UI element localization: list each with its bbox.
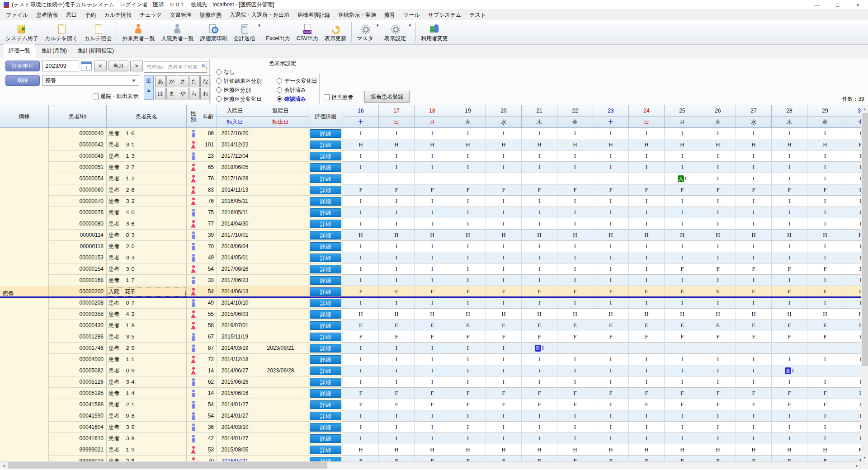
eval-cell[interactable]: I	[843, 252, 861, 263]
eval-cell[interactable]: I	[700, 241, 736, 252]
eval-cell[interactable]: I	[486, 252, 522, 263]
eval-cell[interactable]: I	[736, 196, 772, 207]
eval-cell[interactable]: I	[557, 196, 593, 207]
toolbar-button[interactable]: 表示設定	[381, 21, 409, 43]
detail-button[interactable]: 詳細	[310, 197, 341, 206]
eval-cell[interactable]: I	[665, 275, 700, 286]
eval-cell[interactable]: H	[772, 139, 807, 150]
detail-button[interactable]: 詳細	[310, 344, 341, 352]
dropdown-arrow-icon[interactable]: ▼	[408, 24, 412, 28]
eval-cell[interactable]: F	[629, 456, 665, 461]
eval-cell[interactable]: I	[486, 433, 522, 444]
eval-cell[interactable]: I	[486, 241, 522, 252]
eval-cell[interactable]: I	[772, 150, 807, 162]
scroll-down-icon[interactable]: ▼	[861, 454, 868, 461]
eval-cell[interactable]: I	[843, 433, 861, 444]
eval-cell[interactable]: H	[843, 139, 861, 150]
next-month-button[interactable]: >	[130, 61, 143, 71]
eval-cell[interactable]: I	[665, 150, 700, 162]
eval-cell[interactable]: I	[450, 422, 486, 433]
eval-cell[interactable]: I	[522, 297, 557, 309]
eval-cell[interactable]: F	[665, 456, 700, 461]
eval-cell[interactable]: H	[343, 309, 379, 320]
eval-cell[interactable]: H	[807, 230, 843, 241]
eval-cell[interactable]: F	[736, 331, 772, 343]
eval-cell[interactable]: H	[665, 444, 700, 456]
eval-cell[interactable]: I	[736, 252, 772, 263]
eval-cell[interactable]: F	[843, 399, 861, 410]
eval-cell[interactable]: I	[379, 365, 415, 376]
eval-cell[interactable]: I	[522, 162, 557, 173]
eval-cell[interactable]: I	[843, 354, 861, 365]
detail-button[interactable]: 詳細	[310, 242, 341, 251]
eval-cell[interactable]: H	[486, 444, 522, 456]
eval-cell[interactable]: F	[593, 388, 629, 399]
horizontal-scrollbar[interactable]: ◄ ►	[0, 461, 861, 469]
eval-cell[interactable]: F	[450, 456, 486, 461]
eval-cell[interactable]: I	[772, 252, 807, 263]
detail-button[interactable]: 詳細	[310, 208, 341, 217]
eval-cell[interactable]	[379, 173, 415, 184]
detail-button[interactable]: 詳細	[310, 321, 341, 330]
menu-item[interactable]: カルテ情報	[100, 10, 136, 20]
toolbar-button[interactable]: カルテ照会	[81, 21, 115, 43]
eval-cell[interactable]: I	[772, 422, 807, 433]
eval-cell[interactable]: I	[772, 410, 807, 422]
eval-cell[interactable]: I	[843, 410, 861, 422]
eval-cell[interactable]: E	[415, 320, 450, 331]
table-row[interactable]: 00000168患者 １７332017/06/23詳細IIIIIIIIIIIII…	[0, 275, 861, 286]
menu-item[interactable]: 病棟指示・実施	[334, 10, 380, 20]
eval-cell[interactable]	[772, 343, 807, 354]
eval-cell[interactable]: I	[807, 422, 843, 433]
eval-cell[interactable]: H	[450, 444, 486, 456]
table-row[interactable]: 99999023患者 ２５702016/07/11詳細FFFFFFFFFFFFF…	[0, 456, 861, 461]
eval-cell[interactable]: I	[736, 241, 772, 252]
eval-cell[interactable]: H	[665, 309, 700, 320]
eval-cell[interactable]: I	[772, 433, 807, 444]
detail-button[interactable]: 詳細	[310, 457, 341, 462]
eval-cell[interactable]: I	[843, 162, 861, 173]
eval-cell[interactable]: I	[736, 365, 772, 376]
eval-cell[interactable]: I	[700, 422, 736, 433]
table-row[interactable]: 00000208患者 ０７492014/10/10詳細IIIIIIIIIIIII…	[0, 297, 861, 309]
table-row[interactable]: 00000060患者 ２６832014/11/13詳細FFFFFFFFFFFFF…	[0, 184, 861, 196]
toolbar-button[interactable]: 外来患者一覧	[119, 21, 158, 43]
eval-cell[interactable]: I	[486, 128, 522, 139]
kana-key[interactable]: は	[155, 88, 166, 99]
eval-cell[interactable]: I	[486, 275, 522, 286]
eval-cell[interactable]: E	[486, 320, 522, 331]
eval-cell[interactable]	[557, 173, 593, 184]
eval-cell[interactable]: I	[450, 207, 486, 218]
detail-button[interactable]: 詳細	[310, 220, 341, 228]
eval-cell[interactable]: I	[629, 218, 665, 230]
eval-cell[interactable]: E	[736, 286, 772, 297]
detail-button[interactable]: 詳細	[310, 174, 341, 183]
eval-cell[interactable]: H	[736, 444, 772, 456]
menu-item[interactable]: サブシステム	[424, 10, 466, 20]
eval-cell[interactable]: I	[593, 150, 629, 162]
radio-option[interactable]: 医療区分別	[216, 85, 262, 94]
radio-option[interactable]: 会計済み	[277, 85, 317, 94]
table-row[interactable]: 00000430患者 １８582016/07/01詳細EEEEEEEEEEEEE…	[0, 320, 861, 331]
eval-cell[interactable]	[843, 365, 861, 376]
eval-cell[interactable]: I	[415, 263, 450, 275]
eval-cell[interactable]: H	[843, 444, 861, 456]
eval-cell[interactable]: H	[557, 139, 593, 150]
eval-cell[interactable]: H	[843, 309, 861, 320]
eval-cell[interactable]	[415, 173, 450, 184]
eval-cell[interactable]: F	[772, 399, 807, 410]
eval-cell[interactable]: I	[486, 365, 522, 376]
eval-cell[interactable]: I	[843, 422, 861, 433]
eval-cell[interactable]: I	[629, 365, 665, 376]
eval-cell[interactable]: I	[343, 410, 379, 422]
eval-cell[interactable]: H	[807, 139, 843, 150]
eval-cell[interactable]: H	[700, 309, 736, 320]
eval-cell[interactable]	[629, 173, 665, 184]
eval-cell[interactable]: I	[700, 173, 736, 184]
eval-cell[interactable]: I	[379, 297, 415, 309]
detail-button[interactable]: 詳細	[310, 141, 341, 149]
eval-cell[interactable]: F	[665, 263, 700, 275]
eval-cell[interactable]: F	[486, 399, 522, 410]
detail-button[interactable]: 詳細	[310, 299, 341, 307]
eval-cell[interactable]: I	[557, 263, 593, 275]
